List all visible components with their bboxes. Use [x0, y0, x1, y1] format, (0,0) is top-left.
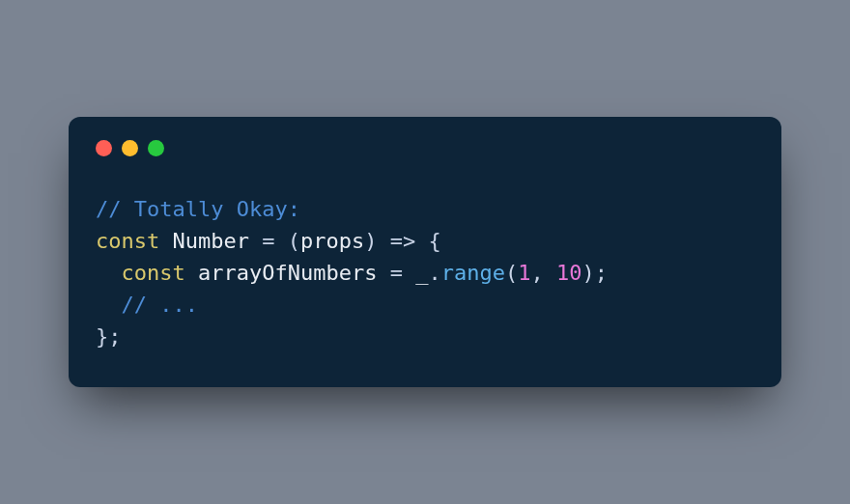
code-text — [544, 261, 556, 285]
code-punct: = — [262, 229, 274, 253]
code-punct: ) — [581, 261, 594, 285]
code-punct: ; — [595, 261, 608, 285]
code-comment: // ... — [122, 293, 198, 317]
code-identifier: _ — [415, 261, 428, 285]
maximize-icon[interactable] — [148, 140, 164, 156]
code-punct: { — [428, 229, 440, 253]
code-block: // Totally Okay: const Number = (props) … — [96, 193, 754, 352]
code-text — [415, 229, 428, 253]
code-number: 1 — [518, 261, 530, 285]
code-text — [377, 261, 389, 285]
code-window: // Totally Okay: const Number = (props) … — [69, 117, 781, 387]
code-punct: , — [530, 261, 543, 285]
code-comment: // Totally Okay: — [96, 197, 300, 221]
code-number: 10 — [556, 261, 582, 285]
code-keyword: const — [96, 229, 159, 253]
code-method: range — [441, 261, 505, 285]
minimize-icon[interactable] — [122, 140, 138, 156]
code-punct: . — [428, 261, 440, 285]
code-text — [159, 229, 172, 253]
code-punct: ( — [505, 261, 518, 285]
code-indent — [96, 261, 122, 285]
code-punct: ) — [364, 229, 377, 253]
code-text — [249, 229, 262, 253]
code-text — [377, 229, 389, 253]
traffic-lights — [96, 140, 754, 156]
code-text — [274, 229, 287, 253]
code-identifier: Number — [172, 229, 248, 253]
close-icon[interactable] — [96, 140, 112, 156]
code-punct: ; — [108, 324, 121, 349]
code-punct: ( — [288, 229, 300, 253]
code-punct: } — [96, 324, 108, 349]
code-punct: = — [390, 261, 403, 285]
code-text — [185, 261, 198, 285]
code-param: props — [300, 229, 364, 253]
code-text — [403, 261, 415, 285]
code-keyword: const — [122, 261, 185, 285]
code-identifier: arrayOfNumbers — [198, 261, 377, 285]
code-indent — [96, 293, 122, 317]
code-arrow: => — [390, 229, 416, 253]
